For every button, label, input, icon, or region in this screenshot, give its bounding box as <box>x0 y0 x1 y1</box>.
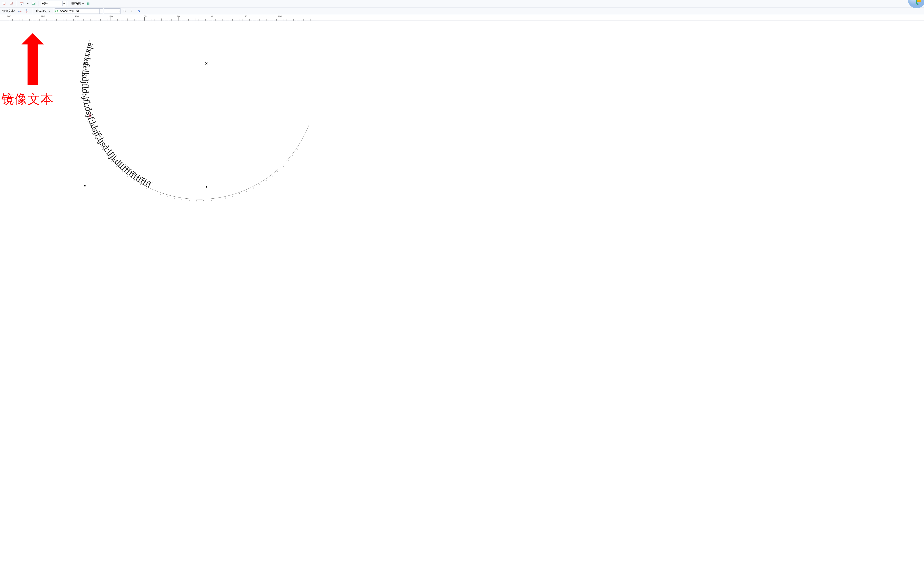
svg-rect-46 <box>167 196 168 197</box>
svg-rect-48 <box>182 199 182 200</box>
mirror-text-label: 镜像文本: <box>2 9 16 13</box>
svg-rect-56 <box>240 194 240 194</box>
canvas: 镜像文本 abcdefelkdjfldsjfl;dsjf;ldsjf;ljsd;… <box>0 21 924 562</box>
bold-button[interactable]: B <box>122 8 128 14</box>
export-icon-button[interactable] <box>9 1 15 6</box>
mirror-horizontal-button[interactable]: a a <box>17 8 23 14</box>
svg-text:a: a <box>26 11 27 13</box>
svg-text:a: a <box>20 10 21 12</box>
import-icon <box>2 2 7 6</box>
export-icon <box>9 2 14 6</box>
font-family-combo[interactable]: O Adobe 仿宋 Std R <box>55 8 103 14</box>
text-effect-button[interactable]: A <box>136 8 142 14</box>
curved-text[interactable]: abcdefelkdjfldsjfl;dsjf;ldsjf;ljsd;lfjkd… <box>80 42 153 190</box>
chevron-down-icon <box>99 9 103 14</box>
italic-button[interactable]: I <box>129 8 135 14</box>
toolbar-row-2: 镜像文本: a a a a 贴齐标记 O Adobe 仿宋 Std R <box>0 8 924 15</box>
picture-icon <box>32 2 36 6</box>
center-marker: ✕ <box>205 62 208 66</box>
selection-handle-bm[interactable] <box>206 186 207 188</box>
snap-marks-label: 贴齐标记 <box>36 9 47 13</box>
font-size-combo[interactable] <box>104 8 120 14</box>
import-icon-button[interactable] <box>2 1 8 6</box>
bold-icon: B <box>123 9 126 13</box>
svg-point-13 <box>90 3 90 3</box>
svg-rect-61 <box>272 176 272 176</box>
svg-point-12 <box>88 4 89 5</box>
svg-rect-45 <box>160 194 160 195</box>
image-button[interactable] <box>30 1 37 6</box>
svg-rect-4 <box>21 4 22 5</box>
zoom-value: 62% <box>41 2 55 5</box>
font-name: Adobe 仿宋 Std R <box>58 9 83 13</box>
svg-rect-57 <box>246 191 247 191</box>
fullscreen-button[interactable] <box>19 1 25 6</box>
svg-rect-53 <box>218 199 219 200</box>
chevron-down-icon <box>82 3 84 4</box>
horizontal-ruler[interactable]: 30025020015010050050100 <box>0 15 924 21</box>
italic-icon: I <box>131 9 132 13</box>
svg-rect-44 <box>153 191 154 192</box>
mirror-vertical-icon: a a <box>25 9 29 13</box>
svg-rect-50 <box>196 201 197 201</box>
toolbar-area: 62% 贴齐(P) <box>0 0 924 15</box>
separator <box>32 8 32 14</box>
selection-handle-bl[interactable] <box>84 185 86 186</box>
svg-rect-59 <box>260 184 260 185</box>
svg-rect-64 <box>288 161 289 161</box>
ruler-ticks: 30025020015010050050100 <box>0 15 924 21</box>
snap-label: 贴齐(P) <box>71 2 81 6</box>
fullscreen-dropdown[interactable] <box>26 1 30 6</box>
svg-rect-52 <box>211 200 212 201</box>
text-outline-icon: A <box>138 9 140 13</box>
snap-marks-menu[interactable]: 贴齐标记 <box>34 8 51 14</box>
chevron-down-icon <box>62 1 66 6</box>
selection-handle-tl[interactable] <box>84 62 86 64</box>
svg-point-7 <box>33 3 33 3</box>
svg-rect-60 <box>266 180 267 181</box>
chevron-down-icon <box>118 9 120 14</box>
mirror-vertical-button[interactable]: a a <box>24 8 30 14</box>
snap-menu[interactable]: 贴齐(P) <box>70 1 85 6</box>
svg-text:a: a <box>18 10 20 12</box>
svg-rect-66 <box>297 149 297 149</box>
svg-rect-47 <box>174 198 175 198</box>
app-badge <box>907 0 924 9</box>
svg-rect-58 <box>253 188 254 188</box>
svg-rect-63 <box>283 166 284 167</box>
chevron-down-icon <box>27 3 28 4</box>
svg-rect-3 <box>20 2 23 3</box>
svg-point-11 <box>87 3 88 4</box>
text-path-object[interactable]: abcdefelkdjfldsjfl;dsjf;ldsjf;ljsd;lfjkd… <box>27 39 311 210</box>
canvas-area[interactable]: 镜像文本 abcdefelkdjfldsjfl;dsjf;ldsjf;ljsd;… <box>0 21 924 562</box>
separator <box>53 8 53 14</box>
chevron-down-icon <box>48 11 51 12</box>
app-logo-icon <box>907 0 924 9</box>
monitor-icon <box>20 2 24 6</box>
sliders-icon <box>87 2 91 6</box>
svg-rect-54 <box>225 198 226 198</box>
zoom-combo[interactable]: 62% <box>40 1 66 6</box>
svg-rect-65 <box>292 155 293 156</box>
options-button[interactable] <box>86 1 92 6</box>
toolbar-row-1: 62% 贴齐(P) <box>0 0 924 8</box>
svg-rect-55 <box>232 196 233 197</box>
mirror-horizontal-icon: a a <box>18 9 22 13</box>
svg-rect-49 <box>189 200 189 201</box>
svg-rect-51 <box>204 201 204 201</box>
svg-text:a: a <box>26 9 27 11</box>
svg-rect-62 <box>278 171 278 172</box>
font-vendor-icon: O <box>55 9 58 13</box>
